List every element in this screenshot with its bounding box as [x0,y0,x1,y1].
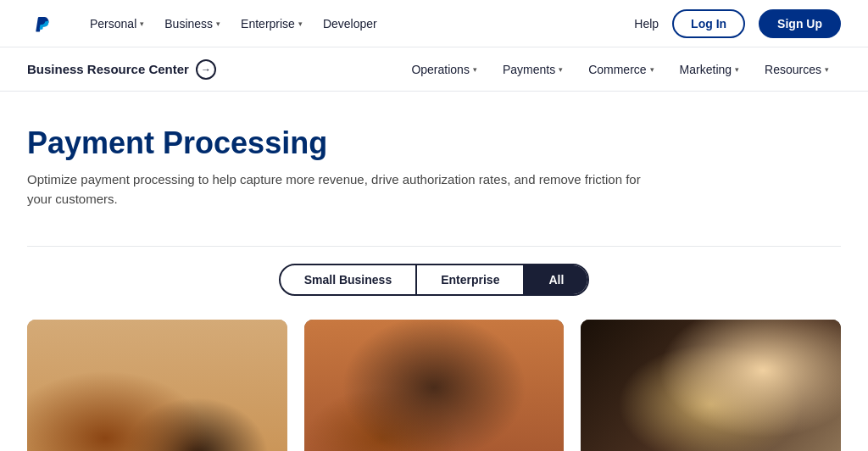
top-nav-right: Help Log In Sign Up [634,9,841,38]
svg-point-15 [173,346,179,352]
svg-point-41 [696,397,709,407]
top-nav-links: Personal ▾ Business ▾ Enterprise ▾ Devel… [81,12,634,36]
subnav-commerce[interactable]: Commerce ▾ [576,58,665,81]
brc-link[interactable]: Business Resource Center → [27,59,216,80]
arrow-right-icon: → [196,59,216,80]
svg-point-39 [690,401,741,451]
subnav-marketing[interactable]: Marketing ▾ [668,58,751,81]
card-3[interactable] [581,320,841,451]
svg-rect-1 [27,320,287,451]
svg-rect-8 [129,423,185,451]
svg-point-23 [431,352,483,411]
svg-rect-36 [645,348,779,451]
svg-point-34 [743,320,771,344]
svg-point-12 [89,332,95,338]
svg-point-14 [145,327,151,333]
secondary-nav-links: Operations ▾ Payments ▾ Commerce ▾ Marke… [399,58,841,81]
svg-point-17 [238,355,244,361]
card-1[interactable] [27,320,287,451]
svg-rect-31 [581,320,841,451]
page-title: Payment Processing [27,125,787,160]
svg-rect-29 [469,421,484,448]
svg-rect-28 [466,419,485,451]
chevron-business-icon: ▾ [216,19,220,28]
svg-point-6 [171,380,209,420]
chevron-personal-icon: ▾ [140,19,144,28]
chevron-commerce-icon: ▾ [650,65,654,74]
svg-point-33 [794,349,832,387]
hero-section: Payment Processing Optimize payment proc… [0,92,814,229]
svg-rect-2 [27,404,287,451]
filter-enterprise[interactable]: Enterprise [417,265,525,294]
nav-developer[interactable]: Developer [314,12,386,36]
svg-rect-3 [46,442,269,451]
svg-rect-40 [695,399,717,438]
svg-point-22 [332,400,426,451]
filter-all[interactable]: All [525,265,587,294]
svg-rect-25 [455,379,466,387]
svg-point-32 [753,320,818,372]
divider [27,246,841,247]
svg-point-13 [117,351,123,357]
top-nav: Personal ▾ Business ▾ Enterprise ▾ Devel… [0,0,868,47]
svg-rect-24 [442,379,453,387]
help-link[interactable]: Help [634,17,659,31]
svg-rect-21 [304,414,565,432]
chevron-payments-icon: ▾ [559,65,563,74]
nav-personal[interactable]: Personal ▾ [81,12,153,36]
svg-point-18 [257,337,263,342]
chevron-operations-icon: ▾ [473,65,477,74]
filter-small-business[interactable]: Small Business [281,265,418,294]
logo[interactable] [27,10,54,37]
svg-rect-37 [649,353,774,451]
signup-button[interactable]: Sign Up [759,9,841,38]
svg-rect-5 [99,414,140,451]
secondary-nav: Business Resource Center → Operations ▾ … [0,47,868,92]
chevron-resources-icon: ▾ [825,65,829,74]
brc-label: Business Resource Center [27,62,189,76]
svg-rect-9 [132,426,182,451]
card-2[interactable] [304,320,565,451]
svg-rect-27 [432,407,482,451]
chevron-enterprise-icon: ▾ [298,19,303,28]
svg-rect-38 [652,355,771,451]
card-grid [0,320,868,451]
svg-rect-20 [304,423,565,451]
subnav-payments[interactable]: Payments ▾ [491,58,575,81]
nav-enterprise[interactable]: Enterprise ▾ [232,12,311,36]
svg-point-16 [210,332,216,338]
svg-point-30 [462,446,477,451]
svg-point-11 [62,346,68,352]
filter-tabs: Small Business Enterprise All [279,264,590,296]
subnav-operations[interactable]: Operations ▾ [399,58,488,81]
nav-business[interactable]: Business ▾ [156,12,229,36]
chevron-marketing-icon: ▾ [735,65,739,74]
hero-subtitle: Optimize payment processing to help capt… [27,170,654,209]
login-button[interactable]: Log In [672,9,745,38]
svg-rect-7 [171,416,209,451]
svg-point-4 [99,371,140,420]
svg-rect-19 [304,320,565,451]
svg-point-35 [771,363,818,409]
subnav-resources[interactable]: Resources ▾ [753,58,841,81]
